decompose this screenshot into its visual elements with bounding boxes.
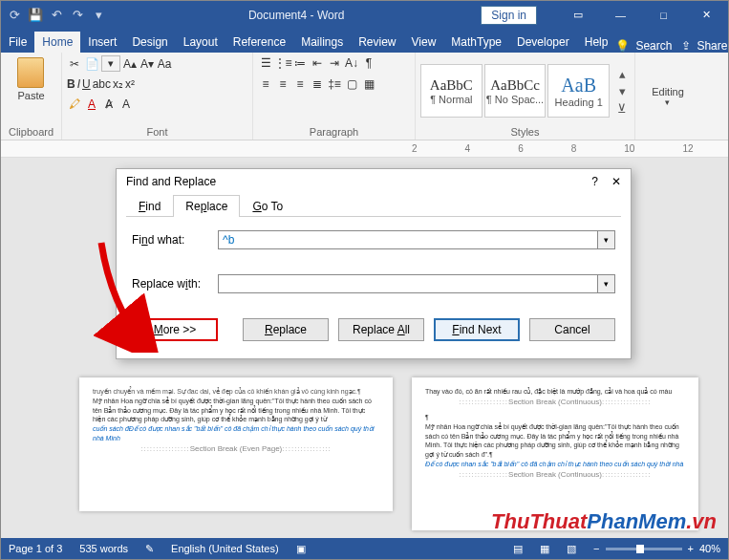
style-heading1[interactable]: AaB Heading 1: [547, 64, 610, 118]
find-what-dropdown[interactable]: ▾: [598, 230, 615, 249]
shrink-font-icon[interactable]: A▾: [139, 56, 155, 72]
redo-icon[interactable]: ↷: [70, 8, 85, 23]
minimize-button[interactable]: —: [599, 1, 642, 29]
zoom-out-button[interactable]: −: [593, 543, 599, 554]
tab-home[interactable]: Home: [34, 32, 80, 53]
signin-button[interactable]: Sign in: [481, 6, 537, 25]
find-what-input[interactable]: [218, 230, 598, 249]
editing-button[interactable]: Editing ▾: [649, 84, 687, 109]
tab-layout[interactable]: Layout: [176, 32, 225, 53]
qat-more-icon[interactable]: ▾: [91, 8, 106, 23]
quick-access-toolbar: ⟳ 💾 ↶ ↷ ▾: [1, 8, 112, 23]
document-page-2[interactable]: Thay vào đó, cô ăn rất nhiều rau củ, đặc…: [412, 377, 698, 530]
cut-icon[interactable]: ✂: [67, 56, 82, 72]
align-center-button[interactable]: ≡: [275, 76, 290, 92]
maximize-button[interactable]: □: [642, 1, 685, 29]
dialog-tab-goto[interactable]: Go To: [240, 195, 295, 217]
group-styles-label: Styles: [420, 126, 630, 140]
font-color-button[interactable]: A: [84, 97, 99, 112]
ribbon-tabs: File Home Insert Design Layout Reference…: [1, 29, 728, 53]
numbering-button[interactable]: ⋮≡: [275, 55, 290, 71]
multilevel-button[interactable]: ≔: [292, 55, 308, 71]
zoom-in-button[interactable]: +: [688, 543, 694, 554]
status-page[interactable]: Page 1 of 3: [9, 543, 62, 554]
tab-help[interactable]: Help: [577, 32, 616, 53]
underline-button[interactable]: U: [82, 77, 91, 91]
autosave-icon[interactable]: ⟳: [7, 8, 22, 23]
change-case-icon[interactable]: Aa: [157, 56, 172, 72]
show-marks-button[interactable]: ¶: [361, 55, 376, 71]
zoom-level[interactable]: 40%: [699, 543, 720, 554]
cancel-button[interactable]: Cancel: [529, 318, 615, 341]
find-what-label: Find what:: [132, 233, 218, 247]
increase-indent-button[interactable]: ⇥: [327, 55, 342, 71]
subscript-button[interactable]: x₂: [113, 77, 123, 91]
font-size-box[interactable]: ▾: [101, 55, 120, 72]
save-icon[interactable]: 💾: [28, 8, 43, 23]
tab-review[interactable]: Review: [351, 32, 403, 53]
styles-down-icon[interactable]: ▾: [614, 83, 630, 98]
view-print-icon[interactable]: ▦: [540, 543, 549, 555]
paste-button[interactable]: Paste: [14, 55, 47, 103]
sort-button[interactable]: A↓: [344, 55, 359, 71]
status-language[interactable]: English (United States): [171, 543, 279, 554]
tab-developer[interactable]: Developer: [509, 32, 577, 53]
replace-with-dropdown[interactable]: ▾: [598, 274, 615, 293]
tab-mailings[interactable]: Mailings: [293, 32, 351, 53]
highlight-button[interactable]: 🖍: [67, 97, 82, 112]
align-left-button[interactable]: ≡: [258, 76, 273, 92]
window-title: Document4 - Word: [112, 9, 481, 22]
document-page-1[interactable]: truyền chuyển và mềm mại. Sự đac dai, vẻ…: [79, 377, 393, 511]
replace-button[interactable]: Replace: [243, 318, 329, 341]
strike-button[interactable]: abc: [93, 77, 111, 91]
tab-design[interactable]: Design: [124, 32, 175, 53]
borders-button[interactable]: ▦: [361, 76, 376, 92]
view-web-icon[interactable]: ▧: [567, 543, 576, 555]
status-proofing-icon[interactable]: ✎: [145, 543, 154, 555]
clear-format-button[interactable]: A̷: [101, 97, 117, 112]
share-icon[interactable]: ⇪: [681, 39, 691, 53]
italic-button[interactable]: I: [77, 77, 80, 91]
bold-button[interactable]: B: [67, 77, 75, 91]
close-button[interactable]: ✕: [685, 1, 728, 29]
line-spacing-button[interactable]: ‡≡: [327, 76, 342, 92]
ruler: 246810121416: [1, 140, 728, 158]
undo-icon[interactable]: ↶: [49, 8, 64, 23]
style-no-spacing[interactable]: AaBbCc ¶ No Spac...: [484, 64, 547, 118]
more-button[interactable]: More >>: [132, 318, 218, 341]
justify-button[interactable]: ≣: [310, 76, 325, 92]
tab-file[interactable]: File: [1, 32, 34, 53]
grow-font-icon[interactable]: A▴: [122, 56, 138, 72]
bullets-button[interactable]: ☰: [258, 55, 273, 71]
dialog-tab-find[interactable]: Find: [126, 195, 173, 217]
tab-insert[interactable]: Insert: [80, 32, 124, 53]
text-effects-button[interactable]: A: [118, 97, 134, 112]
dialog-help-button[interactable]: ?: [591, 175, 598, 188]
align-right-button[interactable]: ≡: [292, 76, 308, 92]
styles-more-icon[interactable]: ⊻: [614, 100, 630, 116]
dialog-tab-replace[interactable]: Replace: [173, 195, 240, 217]
view-read-icon[interactable]: ▤: [513, 543, 523, 555]
replace-with-input[interactable]: [218, 274, 598, 293]
search-label[interactable]: Search: [635, 39, 672, 53]
tab-mathtype[interactable]: MathType: [443, 32, 509, 53]
style-normal[interactable]: AaBbC ¶ Normal: [420, 64, 482, 118]
dialog-close-button[interactable]: ✕: [611, 175, 621, 188]
status-macro-icon[interactable]: ▣: [296, 543, 306, 555]
tab-references[interactable]: Reference: [225, 32, 293, 53]
status-words[interactable]: 535 words: [79, 543, 128, 554]
group-paragraph-label: Paragraph: [258, 126, 410, 140]
superscript-button[interactable]: x²: [125, 77, 135, 91]
styles-up-icon[interactable]: ▴: [614, 66, 630, 81]
find-next-button[interactable]: Find Next: [434, 318, 520, 341]
copy-icon[interactable]: 📄: [84, 56, 99, 72]
decrease-indent-button[interactable]: ⇤: [310, 55, 325, 71]
ribbon-options-icon[interactable]: ▭: [556, 1, 599, 29]
share-label[interactable]: Share: [697, 39, 727, 53]
search-icon[interactable]: 💡: [615, 39, 630, 53]
zoom-slider[interactable]: [606, 548, 682, 550]
section-break-cont-1: Section Break (Continuous): [425, 397, 685, 407]
shading-button[interactable]: ▢: [344, 76, 359, 92]
tab-view[interactable]: View: [404, 32, 444, 53]
replace-all-button[interactable]: Replace All: [338, 318, 424, 341]
